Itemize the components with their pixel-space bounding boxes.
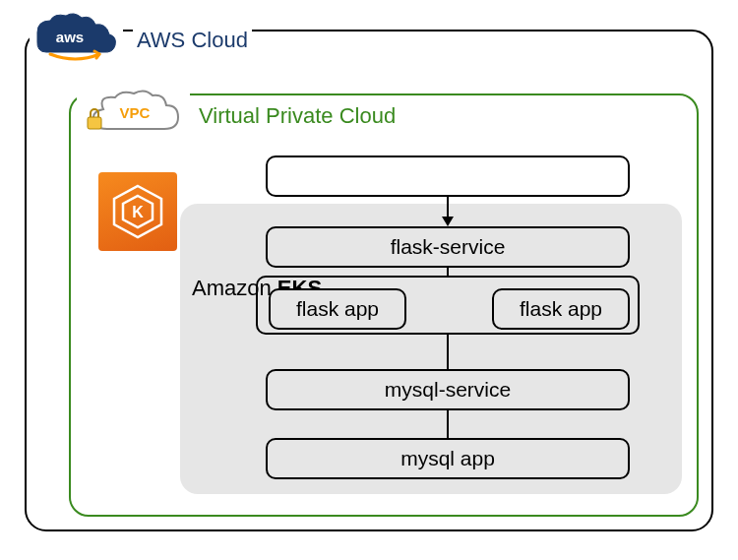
aws-cloud-label: AWS Cloud xyxy=(133,28,252,53)
vpc-logo-icon: VPC xyxy=(77,87,190,141)
flask-app-2-box: flask app xyxy=(492,288,630,330)
ingress-box xyxy=(266,156,630,197)
vpc-label: Virtual Private Cloud xyxy=(195,103,400,129)
eks-logo-icon: K xyxy=(98,172,177,251)
vpc-badge-text: VPC xyxy=(119,104,150,121)
svg-rect-0 xyxy=(88,117,101,129)
connector-4 xyxy=(447,410,449,438)
arrow-head-1 xyxy=(442,217,454,226)
flask-service-box: flask-service xyxy=(266,226,630,268)
connector-3 xyxy=(447,335,449,369)
eks-icon-letter: K xyxy=(132,204,144,220)
mysql-service-label: mysql-service xyxy=(385,378,511,402)
aws-logo-text: aws xyxy=(55,29,83,45)
flask-service-label: flask-service xyxy=(391,235,506,259)
flask-app-1-box: flask app xyxy=(269,288,406,330)
aws-logo-icon: aws xyxy=(30,10,123,69)
flask-app-1-label: flask app xyxy=(296,297,379,321)
mysql-app-label: mysql app xyxy=(400,447,495,470)
arrow-line-1 xyxy=(447,197,449,218)
flask-app-2-label: flask app xyxy=(520,297,602,321)
connector-2 xyxy=(447,268,449,276)
mysql-app-box: mysql app xyxy=(266,438,630,479)
mysql-service-box: mysql-service xyxy=(266,369,630,410)
